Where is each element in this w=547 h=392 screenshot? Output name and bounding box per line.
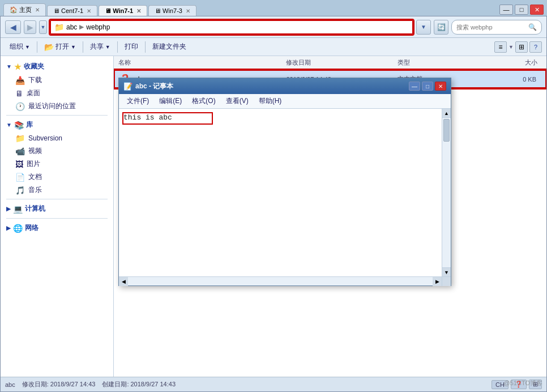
- sidebar-item-subversion[interactable]: 📁 Subversion: [1, 132, 113, 144]
- toolbar-divider3: [117, 41, 118, 53]
- notepad-menu-file[interactable]: 文件(F): [122, 95, 153, 107]
- tab-win7-3-close[interactable]: ✕: [186, 8, 190, 14]
- window-max-button[interactable]: □: [515, 5, 528, 15]
- file-size-cell: 0 KB: [481, 76, 541, 83]
- sidebar-divider1: [6, 115, 108, 116]
- notepad-content-area: this is abc ▲ ▼: [119, 109, 451, 276]
- scroll-up-button[interactable]: ▲: [442, 109, 451, 118]
- address-box[interactable]: 📁 abc ▶ webphp: [50, 20, 413, 35]
- col-header-name[interactable]: 名称: [118, 58, 286, 67]
- organize-button[interactable]: 组织 ▼: [5, 40, 35, 53]
- notepad-max-button[interactable]: □: [422, 82, 433, 91]
- sidebar-section-network: ▶ 🌐 网络: [1, 221, 113, 235]
- notepad-menu-format[interactable]: 格式(O): [187, 95, 220, 107]
- window-min-button[interactable]: —: [499, 5, 513, 15]
- view-detail-button[interactable]: ⊞: [515, 41, 528, 53]
- notepad-window-controls: — □ ✕: [409, 82, 446, 91]
- sidebar-item-desktop[interactable]: 🖥 桌面: [1, 87, 113, 100]
- tab-cent7-close[interactable]: ✕: [87, 8, 91, 14]
- col-header-size[interactable]: 大小: [481, 58, 542, 67]
- win7-1-icon: 🖥: [105, 7, 111, 14]
- address-separator: ▶: [79, 23, 84, 31]
- network-arrow-icon: ▶: [6, 225, 11, 231]
- share-dropdown-icon: ▼: [105, 44, 110, 50]
- sidebar-item-music[interactable]: 🎵 音乐: [1, 184, 113, 197]
- sidebar-divider2: [6, 199, 108, 199]
- win7-3-icon: 🖥: [155, 7, 161, 14]
- library-label: 库: [26, 120, 33, 130]
- sidebar-favorites-header[interactable]: ▼ ★ 收藏夹: [1, 59, 113, 74]
- notepad-titlebar: 📝 abc - 记事本 — □ ✕: [119, 78, 451, 94]
- hscroll-right-button[interactable]: ▶: [433, 277, 442, 286]
- open-button[interactable]: 📂 打开 ▼: [40, 40, 80, 53]
- statusbar-create-date: 创建日期: 2018/9/27 14:43: [102, 380, 176, 389]
- print-button[interactable]: 打印: [120, 40, 143, 53]
- notepad-textarea[interactable]: this is abc: [119, 109, 442, 276]
- organize-dropdown-icon: ▼: [25, 44, 30, 50]
- new-folder-button[interactable]: 新建文件夹: [148, 40, 191, 53]
- sidebar-section-favorites: ▼ ★ 收藏夹 📥 下载 🖥 桌面 🕐 最近访问的位置: [1, 59, 113, 113]
- refresh-button[interactable]: 🔄: [434, 20, 448, 35]
- scroll-down-button[interactable]: ▼: [442, 267, 451, 276]
- share-button[interactable]: 共享 ▼: [86, 40, 115, 53]
- view-dropdown-icon: ▼: [508, 44, 514, 50]
- download-icon: 📥: [15, 76, 25, 85]
- sidebar-network-header[interactable]: ▶ 🌐 网络: [1, 221, 113, 235]
- toolbar-divider2: [83, 41, 83, 53]
- sidebar-divider3: [6, 218, 108, 219]
- notepad-menu-help[interactable]: 帮助(H): [254, 95, 287, 107]
- tab-cent7[interactable]: 🖥 Cent7-1 ✕: [47, 5, 97, 16]
- recent-icon: 🕐: [15, 102, 25, 111]
- sidebar-library-header[interactable]: ▼ 📚 库: [1, 118, 113, 132]
- file-area: 名称 修改日期 类型 大小 ❓ abc 2018/9/27 14:43 文本文档…: [114, 56, 546, 377]
- statusbar-filename: abc: [5, 381, 15, 388]
- music-icon: 🎵: [15, 186, 25, 195]
- address-bar: ◀ ▶ ▼ 📁 abc ▶ webphp ▼ 🔄 🔍: [1, 16, 546, 38]
- col-header-type[interactable]: 类型: [398, 58, 481, 67]
- notepad-title: 📝 abc - 记事本: [123, 82, 173, 91]
- sidebar-computer-header[interactable]: ▶ 💻 计算机: [1, 202, 113, 216]
- search-icon: 🔍: [528, 23, 537, 31]
- notepad-min-button[interactable]: —: [409, 82, 420, 91]
- sidebar-item-video[interactable]: 📹 视频: [1, 144, 113, 157]
- sidebar-section-library: ▼ 📚 库 📁 Subversion 📹 视频 🖼 图片 📄: [1, 118, 113, 197]
- sidebar-item-documents[interactable]: 📄 文档: [1, 171, 113, 184]
- notepad-close-button[interactable]: ✕: [435, 82, 446, 91]
- address-path1: abc: [66, 23, 77, 31]
- forward-button[interactable]: ▶: [24, 20, 36, 34]
- statusbar: abc 修改日期: 2018/9/27 14:43 创建日期: 2018/9/2…: [1, 377, 546, 391]
- sidebar-item-pictures[interactable]: 🖼 图片: [1, 157, 113, 171]
- tab-win7-1-close[interactable]: ✕: [136, 8, 141, 14]
- file-list-header: 名称 修改日期 类型 大小: [114, 56, 546, 70]
- address-dropdown-button[interactable]: ▼: [416, 20, 431, 35]
- pictures-icon: 🖼: [15, 160, 23, 169]
- scroll-track: [442, 118, 451, 267]
- notepad-menu-view[interactable]: 查看(V): [221, 95, 253, 107]
- tab-home[interactable]: 🏠 主页 ✕: [3, 3, 46, 16]
- watermark: @51CTO博客: [504, 379, 542, 387]
- favorites-star-icon: ★: [14, 62, 22, 71]
- tab-home-close[interactable]: ✕: [35, 7, 40, 13]
- notepad-menu-edit[interactable]: 编辑(E): [155, 95, 186, 107]
- window-close-button[interactable]: ✕: [530, 5, 544, 15]
- tab-win7-1[interactable]: 🖥 Win7-1 ✕: [99, 5, 147, 16]
- print-label: 打印: [125, 42, 138, 52]
- search-input[interactable]: [456, 24, 526, 31]
- help-button[interactable]: ?: [529, 41, 542, 53]
- col-header-date[interactable]: 修改日期: [286, 58, 398, 67]
- sidebar-item-download[interactable]: 📥 下载: [1, 74, 113, 87]
- toolbar-divider4: [145, 41, 146, 53]
- back-button[interactable]: ◀: [5, 20, 21, 34]
- network-icon: 🌐: [13, 224, 23, 233]
- music-label: 音乐: [28, 185, 42, 195]
- sidebar-item-recent[interactable]: 🕐 最近访问的位置: [1, 100, 113, 113]
- notepad-menubar: 文件(F) 编辑(E) 格式(O) 查看(V) 帮助(H): [119, 94, 451, 109]
- hscroll-left-button[interactable]: ◀: [119, 277, 128, 286]
- nav-dropdown-button[interactable]: ▼: [39, 20, 47, 34]
- view-list-button[interactable]: ≡: [494, 41, 507, 53]
- recent-label: 最近访问的位置: [28, 101, 76, 111]
- scroll-thumb[interactable]: [443, 119, 450, 142]
- search-box[interactable]: 🔍: [451, 20, 542, 35]
- notepad-vscrollbar[interactable]: ▲ ▼: [442, 109, 451, 276]
- tab-win7-3[interactable]: 🖥 Win7-3 ✕: [148, 5, 196, 16]
